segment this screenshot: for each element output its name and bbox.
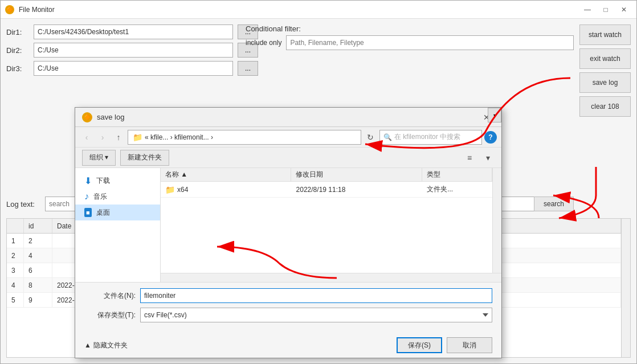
file-list-container: 名称 ▲ 修改日期 类型 📁 x64 2022/8/19 11:1 [161,168,492,273]
filename-input[interactable] [140,288,492,303]
music-icon: ♪ [84,191,89,202]
dialog-sidebar: ⬇ 下载 ♪ 音乐 ■ 桌面 [75,168,161,282]
file-col-type: 类型 [422,168,492,181]
file-row-x64[interactable]: 📁 x64 2022/8/19 11:18 文件夹... [161,182,492,198]
file-area-scrollbar[interactable] [492,168,501,273]
sidebar-download-label: 下载 [96,176,110,186]
dialog-file-area: 名称 ▲ 修改日期 类型 📁 x64 2022/8/19 11:1 [161,168,501,282]
filetype-row: 保存类型(T): csv File(*.csv) [84,308,492,322]
dialog-title: save log [97,113,479,121]
organize-dropdown-icon: ▾ [105,153,108,161]
window-controls: — □ ✕ [579,4,632,15]
dialog-back-button[interactable]: ‹ [80,130,93,144]
hidden-folder-label: 隐藏文件夹 [93,341,128,350]
file-col-date: 修改日期 [291,168,422,181]
file-type-x64: 文件夹... [422,182,492,197]
search-icon: 🔍 [383,133,392,141]
filename-label: 文件名(N): [84,291,136,301]
dialog-footer: ▲ 隐藏文件夹 保存(S) 取消 [75,333,501,358]
new-folder-button[interactable]: 新建文件夹 [120,150,169,166]
sidebar-music[interactable]: ♪ 音乐 [75,189,160,205]
dialog-content: ⬇ 下载 ♪ 音乐 ■ 桌面 [75,168,501,282]
main-window: 🔶 File Monitor — □ ✕ Dir1: ... Dir2: ...… [0,0,637,364]
dialog-search-bar: 🔍 在 kfilemonitor 中搜索 [379,130,482,145]
dialog-action-bar: 组织 ▾ 新建文件夹 ≡ ▾ [75,148,501,168]
dialog-form: 文件名(N): ▾ 保存类型(T): csv File(*.csv) [75,282,501,333]
file-area-hscrollbar[interactable] [161,273,501,282]
save-dialog: 🔶 save log ✕ ‹ › ↑ 📁 « kfile... › kfilem… [75,107,502,358]
dialog-app-icon: 🔶 [82,112,92,122]
filename-row: 文件名(N): ▾ [84,288,492,303]
app-icon: 🔶 [5,5,14,14]
maximize-button[interactable]: □ [598,4,614,15]
breadcrumb-text: « kfile... › kfilemonit... › [145,133,213,141]
search-placeholder: 在 kfilemonitor 中搜索 [394,132,460,142]
main-content: Dir1: ... Dir2: ... Dir3: ... attribute … [1,19,636,363]
file-list-header: 名称 ▲ 修改日期 类型 [161,168,492,182]
hidden-folder-toggle[interactable]: ▲ 隐藏文件夹 [84,341,128,350]
view-options-arrow[interactable]: ▾ [481,151,495,165]
dialog-forward-button[interactable]: › [96,130,109,144]
breadcrumb-folder-icon: 📁 [133,133,142,142]
dialog-save-button[interactable]: 保存(S) [397,337,442,353]
filetype-select[interactable]: csv File(*.csv) [140,308,492,322]
filetype-label: 保存类型(T): [84,310,136,320]
toggle-arrow-icon: ▲ [84,341,91,349]
dialog-overlay: 🔶 save log ✕ ‹ › ↑ 📁 « kfile... › kfilem… [1,19,636,363]
file-date-x64: 2022/8/19 11:18 [292,182,423,197]
dialog-up-button[interactable]: ↑ [112,130,125,144]
download-icon: ⬇ [84,175,92,186]
dialog-action-buttons: 保存(S) 取消 [397,337,492,353]
file-col-name[interactable]: 名称 ▲ [161,168,291,181]
dialog-toolbar: ‹ › ↑ 📁 « kfile... › kfilemonit... › ↻ 🔍… [75,127,501,148]
dialog-help-button[interactable]: ? [484,131,497,144]
file-name-x64: 📁 x64 [161,182,292,197]
dialog-cancel-button[interactable]: 取消 [447,337,492,353]
view-options-button[interactable]: ≡ [463,151,476,165]
window-title: File Monitor [19,6,579,14]
desktop-icon: ■ [84,208,92,217]
dialog-title-bar: 🔶 save log ✕ [75,108,501,127]
close-button[interactable]: ✕ [616,4,632,15]
minimize-button[interactable]: — [579,4,595,15]
breadcrumb-bar: 📁 « kfile... › kfilemonit... › [128,130,361,145]
filename-dropdown-button[interactable]: ▾ [488,108,501,122]
sidebar-music-label: 音乐 [93,192,107,202]
organize-button[interactable]: 组织 ▾ [82,150,116,166]
title-bar: 🔶 File Monitor — □ ✕ [1,1,636,19]
sidebar-desktop[interactable]: ■ 桌面 [75,205,160,220]
sidebar-download[interactable]: ⬇ 下载 [75,173,160,189]
folder-icon: 📁 [165,185,175,194]
sidebar-desktop-label: 桌面 [96,208,110,218]
dialog-refresh-button[interactable]: ↻ [364,130,377,144]
